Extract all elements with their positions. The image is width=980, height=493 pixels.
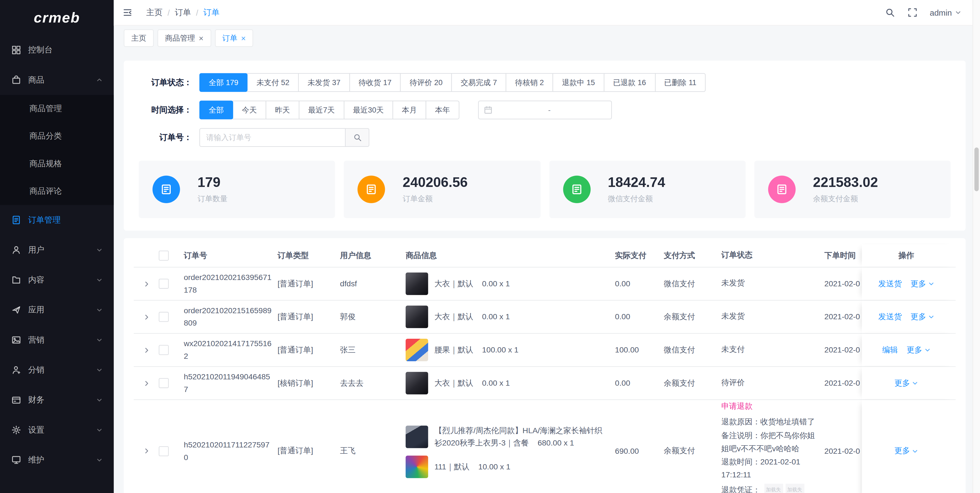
submenu-item-goods-2[interactable]: 商品规格 [0, 150, 114, 177]
row-checkbox[interactable] [159, 312, 169, 322]
chevron-down-icon [96, 367, 103, 373]
chevron-up-icon [96, 77, 103, 83]
more-dropdown[interactable]: 更多 [907, 345, 930, 355]
status-filter-button-4[interactable]: 待评价 20 [400, 73, 452, 92]
product-text: 腰果｜默认100.00 x 1 [434, 344, 519, 356]
status-filter-button-5[interactable]: 交易完成 7 [451, 73, 506, 92]
sidebar-item-label: 维护 [28, 454, 44, 466]
chevron-down-icon [96, 457, 103, 463]
table-row: h52021020119490464857[核销订单]去去去大衣｜默认0.00 … [134, 367, 956, 400]
row-checkbox[interactable] [159, 278, 169, 288]
chevron-down-icon [96, 427, 103, 433]
order-no-input[interactable] [199, 128, 345, 147]
time-filter-button-2[interactable]: 昨天 [266, 101, 299, 119]
sidebar-item-finance[interactable]: 财务 [0, 385, 114, 415]
time-filter-button-6[interactable]: 本年 [426, 101, 460, 119]
tab-label: 主页 [131, 33, 146, 44]
product-text: 111｜默认10.00 x 1 [434, 460, 510, 473]
send-goods-link[interactable]: 发送货 [878, 312, 902, 322]
sidebar-item-goods[interactable]: 商品 [0, 65, 114, 95]
sidebar-item-dashboard[interactable]: 控制台 [0, 35, 114, 65]
close-icon[interactable]: × [241, 34, 246, 42]
order-search-button[interactable] [345, 128, 369, 147]
sidebar-item-user[interactable]: 用户 [0, 235, 114, 265]
time-filter-button-1[interactable]: 今天 [232, 101, 266, 119]
sidebar-item-content[interactable]: 内容 [0, 265, 114, 295]
chevron-down-icon [912, 380, 918, 386]
submenu-item-goods-0[interactable]: 商品管理 [0, 95, 114, 122]
sidebar-item-maintenance[interactable]: 维护 [0, 445, 114, 475]
order-number-cell: h52021020117112275970 [184, 439, 278, 464]
sidebar-item-settings[interactable]: 设置 [0, 415, 114, 445]
order-time-cell: 2021-02-0 [824, 345, 862, 355]
close-icon[interactable]: × [199, 34, 204, 42]
sidebar-item-order[interactable]: 订单管理 [0, 205, 114, 235]
sidebar-item-label: 分销 [28, 364, 44, 375]
fullscreen-icon[interactable] [907, 7, 917, 17]
breadcrumb-item[interactable]: 主页 [146, 7, 162, 18]
product-price: 0.00 x 1 [482, 280, 510, 288]
paid-amount-cell: 100.00 [615, 345, 664, 355]
tab-0[interactable]: 主页 [124, 29, 154, 47]
row-checkbox[interactable] [159, 345, 169, 355]
time-filter: 全部今天昨天最近7天最近30天本月本年 [199, 101, 459, 119]
time-filter-button-4[interactable]: 最近30天 [344, 101, 393, 119]
row-expand-icon[interactable] [143, 347, 150, 353]
refund-proof-image[interactable]: 加载失败 [764, 483, 783, 493]
time-filter-button-3[interactable]: 最近7天 [299, 101, 344, 119]
status-filter-button-7[interactable]: 退款中 15 [553, 73, 604, 92]
status-filter-button-9[interactable]: 已删除 11 [655, 73, 706, 92]
send-goods-link[interactable]: 发送货 [878, 278, 902, 289]
stat-card-2: 18424.74微信支付金额 [549, 161, 745, 218]
sidebar-item-marketing[interactable]: 营销 [0, 325, 114, 355]
header-paid: 实际支付 [615, 250, 664, 261]
product-item: 大衣｜默认0.00 x 1 [406, 305, 610, 328]
sidebar-item-label: 设置 [28, 425, 44, 436]
refund-proof-image[interactable]: 加载失败 [785, 483, 804, 493]
breadcrumb-item[interactable]: 订单 [175, 7, 191, 18]
table-header: 订单号订单类型用户信息商品信息实际支付支付方式订单状态下单时间操作 [134, 244, 956, 267]
tab-1[interactable]: 商品管理× [158, 29, 211, 47]
status-filter-button-6[interactable]: 待核销 2 [506, 73, 553, 92]
more-dropdown[interactable]: 更多 [894, 378, 918, 388]
sidebar-item-app[interactable]: 应用 [0, 295, 114, 325]
more-dropdown[interactable]: 更多 [894, 446, 918, 456]
more-dropdown[interactable]: 更多 [910, 312, 934, 322]
more-dropdown[interactable]: 更多 [910, 278, 934, 289]
edit-link[interactable]: 编辑 [882, 345, 898, 355]
row-checkbox[interactable] [159, 378, 169, 388]
row-expand-icon[interactable] [143, 448, 150, 455]
product-cell: 大衣｜默认0.00 x 1 [406, 367, 615, 399]
time-filter-button-0[interactable]: 全部 [199, 101, 233, 119]
tab-2[interactable]: 订单× [215, 29, 253, 47]
row-expand-icon[interactable] [143, 313, 150, 320]
product-item: 腰果｜默认100.00 x 1 [406, 339, 610, 361]
select-all-checkbox[interactable] [159, 251, 169, 261]
user-name: admin [930, 8, 952, 17]
order-icon [11, 215, 21, 225]
status-filter-button-1[interactable]: 未支付 52 [247, 73, 299, 92]
date-range-picker[interactable]: - [478, 101, 612, 119]
row-checkbox[interactable] [159, 446, 169, 456]
sidebar-item-distribution[interactable]: 分销 [0, 355, 114, 385]
search-icon[interactable] [885, 7, 895, 17]
row-expand-icon[interactable] [143, 280, 150, 287]
status-filter-button-3[interactable]: 待收货 17 [349, 73, 401, 92]
submenu-item-goods-1[interactable]: 商品分类 [0, 122, 114, 150]
status-filter-button-8[interactable]: 已退款 16 [604, 73, 655, 92]
time-filter-button-5[interactable]: 本月 [393, 101, 426, 119]
user-cell: dfdsf [340, 280, 406, 288]
user-cell: 张三 [340, 345, 406, 355]
menu-fold-icon[interactable] [114, 0, 141, 25]
user-menu[interactable]: admin [930, 8, 961, 17]
order-search-group [199, 128, 369, 147]
sidebar-item-label: 订单管理 [28, 215, 60, 226]
app-logo: crmeb [0, 0, 114, 35]
submenu-item-goods-3[interactable]: 商品评论 [0, 178, 114, 205]
user-icon [11, 245, 21, 255]
page-scrollbar[interactable] [973, 0, 980, 493]
row-expand-icon[interactable] [143, 380, 150, 386]
status-filter-button-0[interactable]: 全部 179 [199, 73, 248, 92]
scrollbar-thumb[interactable] [975, 148, 979, 191]
status-filter-button-2[interactable]: 未发货 37 [298, 73, 350, 92]
